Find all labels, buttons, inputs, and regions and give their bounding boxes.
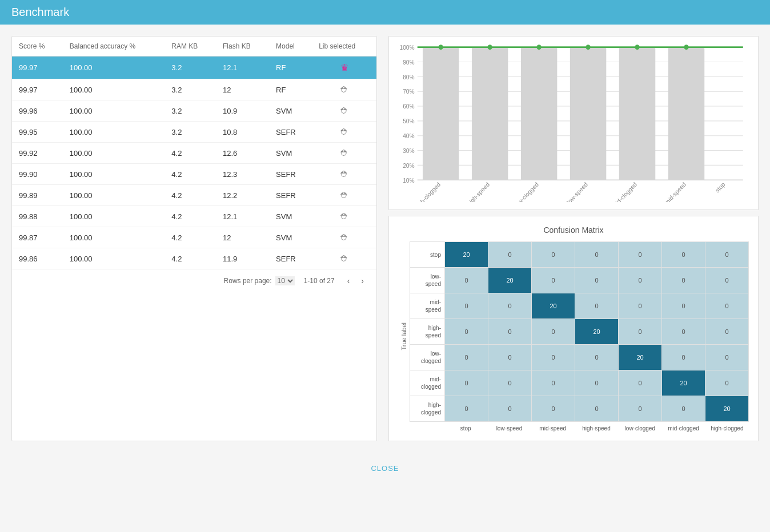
cell-balanced: 100.00 — [63, 100, 165, 122]
table-row[interactable]: 99.87 100.00 4.2 12 SVM ⛑ — [12, 227, 376, 248]
confusion-matrix-title: Confusion Matrix — [398, 225, 749, 235]
cm-x-label: mid-clogged — [661, 425, 705, 432]
cell-model: SVM — [269, 206, 312, 227]
rows-per-page-select[interactable]: 10 25 50 — [275, 276, 295, 285]
page-info: 1-10 of 27 — [304, 277, 335, 285]
table-row[interactable]: 99.97 100.00 3.2 12.1 RF ♛ — [12, 57, 376, 79]
page-header: Benchmark — [0, 0, 770, 25]
cm-cell: 0 — [705, 319, 748, 344]
cell-lib-selected: ⛑ — [312, 248, 376, 269]
cm-cell: 20 — [488, 268, 531, 293]
cm-cell: 0 — [619, 242, 661, 267]
cell-flash: 12.2 — [216, 185, 269, 206]
cm-cell: 0 — [705, 293, 748, 319]
cell-balanced: 100.00 — [63, 206, 165, 227]
svg-text:40%: 40% — [403, 132, 414, 139]
svg-text:70%: 70% — [403, 88, 414, 95]
table-row[interactable]: 99.92 100.00 4.2 12.6 SVM ⛑ — [12, 143, 376, 164]
table-row[interactable]: 99.88 100.00 4.2 12.1 SVM ⛑ — [12, 206, 376, 227]
cell-score: 99.97 — [12, 79, 63, 100]
cm-cell: 0 — [488, 293, 531, 319]
cm-x-label: high-clogged — [705, 425, 749, 432]
cell-model: RF — [269, 79, 312, 100]
pagination: Rows per page: 10 25 50 1-10 of 27 ‹ › — [12, 269, 376, 292]
cm-cell: 0 — [532, 370, 575, 396]
cell-score: 99.89 — [12, 185, 63, 206]
cell-lib-selected: ⛑ — [312, 185, 376, 206]
cell-score: 99.96 — [12, 100, 63, 122]
cell-flash: 12 — [216, 227, 269, 248]
svg-text:stop: stop — [713, 180, 726, 194]
table-header-row: Score % Balanced accuracy % RAM KB Flash… — [12, 37, 376, 57]
cm-x-label: low-speed — [487, 425, 531, 432]
cell-ram: 4.2 — [165, 248, 216, 269]
cm-cell: 0 — [619, 293, 661, 319]
svg-rect-21 — [423, 47, 459, 180]
prev-page-button[interactable]: ‹ — [344, 275, 354, 287]
close-button[interactable]: CLOSE — [371, 464, 399, 473]
cell-lib-selected: ♛ — [312, 57, 376, 79]
cm-cell: 20 — [532, 293, 575, 319]
cm-cell: 0 — [445, 319, 488, 344]
svg-text:30%: 30% — [403, 147, 414, 154]
cm-cell: 0 — [488, 396, 531, 421]
col-score: Score % — [12, 37, 63, 57]
cell-balanced: 100.00 — [63, 164, 165, 185]
col-flash: Flash KB — [216, 37, 269, 57]
cell-lib-selected: ⛑ — [312, 164, 376, 185]
hat-icon: ⛑ — [319, 170, 370, 179]
cell-model: SVM — [269, 143, 312, 164]
svg-text:high-speed: high-speed — [466, 180, 491, 202]
cell-balanced: 100.00 — [63, 248, 165, 269]
cm-cell: 0 — [619, 319, 661, 344]
cm-cell: 0 — [662, 396, 705, 421]
cell-balanced: 100.00 — [63, 185, 165, 206]
hat-icon: ⛑ — [319, 127, 370, 136]
table-row[interactable]: 99.96 100.00 3.2 10.9 SVM ⛑ — [12, 100, 376, 122]
svg-rect-24 — [570, 47, 606, 180]
svg-text:low-speed: low-speed — [566, 180, 589, 202]
table-row[interactable]: 99.89 100.00 4.2 12.2 SEFR ⛑ — [12, 185, 376, 206]
rows-per-page-label: Rows per page: — [224, 277, 272, 285]
crown-icon: ♛ — [319, 62, 370, 73]
svg-point-31 — [635, 45, 639, 50]
cell-score: 99.90 — [12, 164, 63, 185]
cm-cell: 0 — [488, 370, 531, 396]
col-ram: RAM KB — [165, 37, 216, 57]
svg-text:60%: 60% — [403, 103, 414, 110]
svg-text:80%: 80% — [403, 73, 414, 80]
table-row[interactable]: 99.97 100.00 3.2 12 RF ⛑ — [12, 79, 376, 100]
cell-model: SEFR — [269, 248, 312, 269]
svg-point-28 — [488, 45, 492, 50]
svg-rect-23 — [521, 47, 557, 180]
hat-icon: ⛑ — [319, 85, 370, 94]
cm-cell: 0 — [705, 268, 748, 293]
cell-ram: 4.2 — [165, 206, 216, 227]
cm-cell: 0 — [619, 370, 661, 396]
main-content: Score % Balanced accuracy % RAM KB Flash… — [0, 25, 770, 453]
cm-cell: 0 — [575, 293, 618, 319]
cm-cell: 0 — [532, 396, 575, 421]
cm-cell: 0 — [705, 345, 748, 370]
table-row[interactable]: 99.86 100.00 4.2 11.9 SEFR ⛑ — [12, 248, 376, 269]
cm-cell: 0 — [619, 396, 661, 421]
cm-x-label: low-clogged — [618, 425, 661, 432]
cm-cell: 20 — [445, 242, 488, 267]
col-balanced-accuracy: Balanced accuracy % — [63, 37, 165, 57]
cell-lib-selected: ⛑ — [312, 143, 376, 164]
cm-row-label: low- speed — [410, 268, 444, 293]
cell-flash: 12.6 — [216, 143, 269, 164]
table-row[interactable]: 99.90 100.00 4.2 12.3 SEFR ⛑ — [12, 164, 376, 185]
cm-cell: 0 — [488, 345, 531, 370]
cell-ram: 4.2 — [165, 143, 216, 164]
col-model: Model — [269, 37, 312, 57]
table-row[interactable]: 99.95 100.00 3.2 10.8 SEFR ⛑ — [12, 122, 376, 143]
cell-score: 99.92 — [12, 143, 63, 164]
cell-balanced: 100.00 — [63, 143, 165, 164]
cell-ram: 3.2 — [165, 100, 216, 122]
cm-row-label: stop — [410, 242, 444, 267]
cell-score: 99.97 — [12, 57, 63, 79]
cell-flash: 12.1 — [216, 57, 269, 79]
rows-per-page-control: Rows per page: 10 25 50 — [224, 276, 295, 285]
next-page-button[interactable]: › — [358, 275, 367, 287]
